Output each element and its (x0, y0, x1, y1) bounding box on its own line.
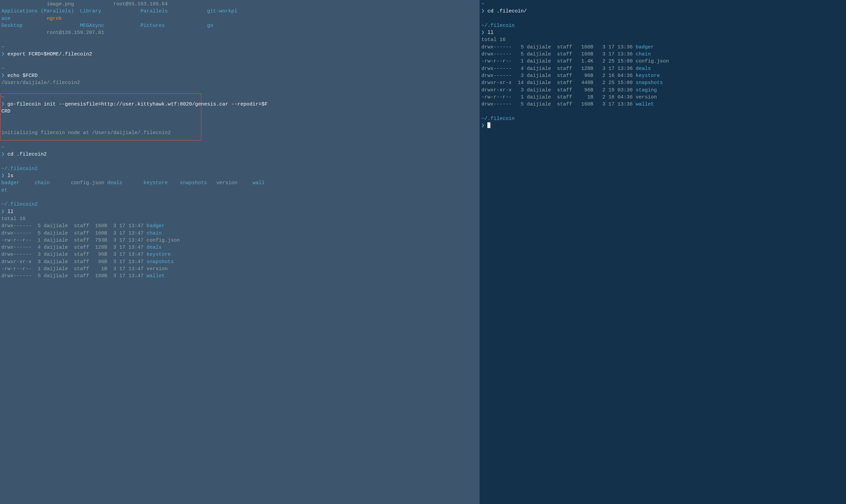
ll-total: total 16 (481, 36, 845, 43)
blank-line (1, 194, 478, 201)
right-terminal-pane[interactable]: ~ ❯ cd .filecoin/ ~/.filecoin ❯ ll total… (480, 0, 846, 504)
ll-output: drwx------ 5 daijiale staff 160B 3 17 13… (481, 44, 845, 108)
command-text: ll (7, 209, 14, 215)
cwd-indicator: ~ (1, 44, 4, 50)
file-name: snapshots (146, 259, 174, 265)
cwd-indicator: ~ (481, 1, 484, 7)
command-line[interactable]: ❯ export FCRD=$HOME/.filecoin2 (1, 51, 478, 58)
blank-line (1, 115, 478, 122)
prompt-char: ❯ (1, 51, 4, 57)
ll-row: drwx------ 4 daijiale staff 128B 3 17 13… (481, 65, 845, 72)
blank-line (1, 158, 478, 165)
prompt-char: ❯ (481, 8, 484, 14)
command-line[interactable]: ❯ echo $FCRD (1, 72, 478, 79)
command-text: echo $FCRD (7, 73, 38, 79)
prompt-char: ❯ (1, 73, 4, 79)
prompt-char: ❯ (1, 173, 4, 179)
command-line[interactable]: ❯ cd .filecoin2 (1, 151, 478, 158)
blank-line (1, 122, 478, 129)
cwd-indicator: ~/.filecoin (481, 116, 515, 122)
top-listing-row: image.png root@95.163.199.64 (1, 1, 478, 8)
file-name: chain (146, 231, 162, 236)
ls-row: et (1, 187, 478, 194)
cwd-indicator: ~ (1, 94, 4, 100)
ll-total: total 16 (1, 215, 478, 222)
command-line[interactable]: ❯ cd .filecoin/ (481, 8, 845, 15)
file-name: wallet (146, 273, 165, 279)
cwd-indicator: ~ (1, 144, 4, 150)
prompt-char: ❯ (481, 123, 484, 129)
command-text: go-filecoin init --genesisfile=http://us… (7, 102, 267, 107)
ls-output: badger chain config.json deals keystore … (1, 179, 478, 194)
ll-row: -rw-r--r-- 1 daijiale staff 1B 3 17 13:4… (1, 266, 478, 272)
file-name: badger (636, 44, 654, 50)
prompt-char: ❯ (481, 30, 484, 36)
file-name: chain (636, 51, 651, 57)
top-listing-row: root@139.159.207.81 (1, 29, 478, 36)
command-text: ll (487, 30, 493, 36)
cwd-indicator: ~/.filecoin2 (1, 166, 38, 172)
ll-row: drwx------ 5 daijiale staff 160B 3 17 13… (481, 51, 845, 58)
output-line: initializing filecoin node at /Users/dai… (1, 129, 478, 137)
prompt-char: ❯ (1, 209, 4, 215)
command-text: ls (7, 173, 14, 179)
file-name: badger (146, 223, 165, 229)
ll-row: drwx------ 3 daijiale staff 96B 3 17 13:… (1, 251, 478, 258)
ll-row: -rw-r--r-- 1 daijiale staff 793B 3 17 13… (1, 237, 478, 244)
file-name: deals (636, 66, 651, 72)
ll-row: -rw-r--r-- 1 daijiale staff 1B 2 16 04:3… (481, 94, 845, 101)
blank-line (1, 137, 478, 144)
blank-line (481, 108, 845, 115)
command-text: cd .filecoin2 (7, 151, 47, 157)
command-line[interactable]: ❯ ll (481, 29, 845, 36)
blank-line (1, 36, 478, 43)
ls-row: badger chain config.json deals keystore … (1, 179, 478, 186)
cwd-indicator: ~/.filecoin2 (1, 202, 38, 207)
ll-row: drwxr-xr-x 3 daijiale staff 96B 3 17 13:… (1, 258, 478, 266)
command-text: cd .filecoin/ (487, 8, 527, 14)
cwd-indicator: ~/.filecoin (481, 23, 515, 29)
blank-line (481, 15, 845, 22)
ll-row: -rw-r--r-- 1 daijiale staff 1.4K 2 25 15… (481, 58, 845, 65)
command-line[interactable]: ❯ (481, 122, 845, 129)
top-listing-row: ace ngrok (1, 15, 478, 22)
prompt-char: ❯ (1, 151, 4, 157)
blank-line (1, 87, 478, 94)
ll-row: drwx------ 5 daijiale staff 160B 3 17 13… (1, 222, 478, 230)
ll-row: drwx------ 3 daijiale staff 96B 2 16 04:… (481, 72, 845, 79)
file-name: deals (146, 245, 162, 250)
file-name: keystore (146, 252, 171, 257)
command-text: export FCRD=$HOME/.filecoin2 (7, 51, 92, 57)
ll-row: drwxr-xr-x 14 daijiale staff 448B 2 25 1… (481, 79, 845, 86)
command-line[interactable]: ❯ go-filecoin init --genesisfile=http://… (1, 101, 478, 108)
cwd-indicator: ~ (1, 66, 4, 72)
ll-output: drwx------ 5 daijiale staff 160B 3 17 13… (1, 222, 478, 280)
command-line[interactable]: ❯ ll (1, 208, 478, 215)
ll-row: drwx------ 4 daijiale staff 128B 3 17 13… (1, 244, 478, 251)
file-name: config.json (146, 237, 180, 243)
file-name: version (146, 266, 168, 272)
prompt-char: ❯ (1, 102, 4, 107)
top-listing-row: Desktop MEGAsync Pictures go (1, 22, 478, 29)
ll-row: drwx------ 5 daijiale staff 160B 3 17 13… (481, 44, 845, 51)
file-name: config.json (636, 58, 669, 64)
file-name: wallet (636, 102, 654, 107)
ll-row: drwxr-xr-x 3 daijiale staff 96B 2 19 03:… (481, 87, 845, 94)
output-line: /Users/daijiale/.filecoin2 (1, 79, 478, 86)
top-listing-row: Applications (Parallels) Library Paralle… (1, 8, 478, 15)
left-top-listing: image.png root@95.163.199.64Applications… (1, 1, 478, 36)
blank-line (1, 58, 478, 65)
cursor-icon (487, 122, 490, 128)
ll-row: drwx------ 5 daijiale staff 160B 3 17 13… (481, 101, 845, 108)
ll-row: drwx------ 5 daijiale staff 160B 3 17 13… (1, 272, 478, 280)
file-name: keystore (636, 73, 660, 79)
ll-row: drwx------ 5 daijiale staff 160B 3 17 13… (1, 230, 478, 237)
command-text-wrap: CRD (1, 108, 478, 115)
file-name: staging (636, 87, 657, 93)
left-terminal-pane[interactable]: image.png root@95.163.199.64Applications… (0, 0, 480, 504)
file-name: snapshots (636, 80, 663, 86)
command-line[interactable]: ❯ ls (1, 173, 478, 179)
file-name: version (636, 94, 657, 100)
